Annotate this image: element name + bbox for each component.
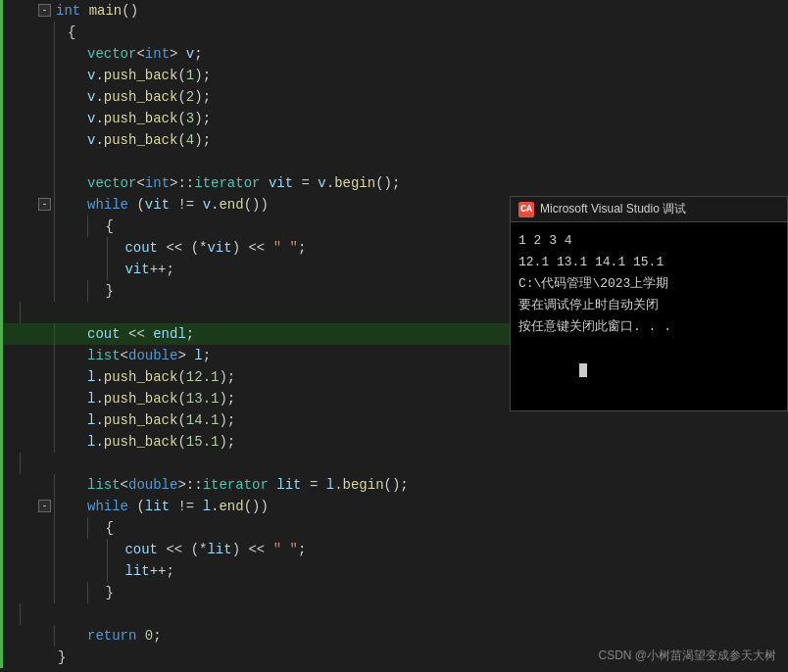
green-indicator	[0, 65, 3, 86]
fold-minus-icon[interactable]: -	[38, 4, 51, 17]
fold-minus-icon2[interactable]: -	[38, 500, 51, 512]
line-content: {	[83, 517, 114, 539]
green-indicator	[0, 409, 3, 431]
line-row: v.push_back(3);	[0, 108, 788, 129]
line-content: v.push_back(1);	[83, 65, 211, 86]
green-indicator	[0, 647, 3, 668]
terminal-title: Microsoft Visual Studio 调试	[540, 201, 686, 217]
line-row: return 0;	[0, 625, 788, 647]
green-indicator	[0, 216, 3, 237]
line-number	[0, 65, 34, 86]
terminal-line-4: 要在调试停止时自动关闭	[518, 295, 779, 316]
line-content: {	[83, 216, 114, 237]
line-content: }	[54, 647, 66, 668]
green-indicator	[0, 431, 3, 453]
line-row: vector<int> v;	[0, 43, 788, 65]
line-number	[0, 517, 34, 539]
line-row	[0, 603, 788, 625]
terminal-line-5: 按任意键关闭此窗口. . .	[518, 316, 779, 338]
line-number	[0, 560, 34, 582]
line-row: l.push_back(15.1);	[0, 431, 788, 453]
line-content: l.push_back(15.1);	[83, 431, 235, 453]
line-content: cout << endl;	[83, 323, 194, 345]
line-content: {	[64, 22, 75, 43]
line-number	[0, 388, 34, 409]
line-content: v.push_back(4);	[83, 129, 211, 151]
line-number	[0, 474, 34, 496]
line-content: while (lit != l.end())	[83, 496, 269, 517]
line-number	[0, 625, 34, 647]
green-indicator	[0, 43, 3, 65]
line-number	[0, 194, 34, 216]
green-indicator	[0, 453, 3, 474]
code-editor: - int main() { vector<int> v;	[0, 0, 788, 672]
line-content: }	[83, 280, 114, 302]
terminal-line-1: 1 2 3 4	[518, 230, 779, 252]
line-content: list<double> l;	[83, 345, 211, 366]
terminal-icon: CA	[518, 202, 534, 217]
green-indicator	[0, 366, 3, 388]
terminal-line-3: C:\代码管理\2023上学期	[518, 273, 779, 295]
line-number	[0, 345, 34, 366]
line-content: cout << (*lit) << " ";	[103, 539, 306, 560]
terminal-cursor-line	[518, 338, 779, 403]
line-number	[0, 280, 34, 302]
watermark: CSDN @小树苗渴望变成参天大树	[598, 648, 776, 664]
line-number	[0, 539, 34, 560]
green-indicator	[0, 582, 3, 603]
green-indicator	[0, 108, 3, 129]
line-content: list<double>::iterator lit = l.begin();	[83, 474, 409, 496]
line-content: }	[83, 582, 114, 603]
line-row: cout << (*lit) << " ";	[0, 539, 788, 560]
line-number	[0, 259, 34, 280]
line-row: v.push_back(4);	[0, 129, 788, 151]
line-number	[0, 431, 34, 453]
line-content: int main()	[54, 0, 138, 22]
line-content: l.push_back(12.1);	[83, 366, 235, 388]
line-content: v.push_back(2);	[83, 86, 211, 108]
line-row-while2: - while (lit != l.end())	[0, 496, 788, 517]
line-number	[0, 496, 34, 517]
green-indicator	[0, 539, 3, 560]
line-content: while (vit != v.end())	[83, 194, 269, 216]
green-indicator	[0, 151, 3, 172]
line-row: - int main()	[0, 0, 788, 22]
line-number	[0, 108, 34, 129]
line-number	[0, 409, 34, 431]
line-number	[0, 582, 34, 603]
line-row	[0, 453, 788, 474]
line-number	[0, 172, 34, 194]
green-indicator	[0, 302, 3, 323]
terminal-titlebar: CA Microsoft Visual Studio 调试	[511, 197, 787, 222]
line-row: lit++;	[0, 560, 788, 582]
line-number	[0, 0, 34, 22]
line-content: lit++;	[103, 560, 174, 582]
line-row: v.push_back(2);	[0, 86, 788, 108]
green-indicator	[0, 625, 3, 647]
green-indicator	[0, 517, 3, 539]
fold-minus-icon[interactable]: -	[38, 198, 51, 211]
line-row: v.push_back(1);	[0, 65, 788, 86]
line-number	[0, 647, 34, 668]
line-row: vector<int>::iterator vit = v.begin();	[0, 172, 788, 194]
line-number	[0, 43, 34, 65]
line-content: v.push_back(3);	[83, 108, 211, 129]
line-row: l.push_back(14.1);	[0, 409, 788, 431]
terminal-window: CA Microsoft Visual Studio 调试 1 2 3 4 12…	[510, 196, 788, 411]
green-indicator	[0, 259, 3, 280]
line-number	[0, 216, 34, 237]
line-number	[0, 86, 34, 108]
line-row	[0, 151, 788, 172]
line-row: {	[0, 517, 788, 539]
line-row: {	[0, 22, 788, 43]
green-indicator	[0, 86, 3, 108]
line-row: }	[0, 582, 788, 603]
ca-icon-text: CA	[520, 204, 532, 215]
line-content: vector<int>::iterator vit = v.begin();	[83, 172, 400, 194]
green-indicator	[0, 560, 3, 582]
line-content: l.push_back(14.1);	[83, 409, 235, 431]
terminal-cursor	[579, 363, 587, 377]
terminal-line-2: 12.1 13.1 14.1 15.1	[518, 252, 779, 273]
line-number	[0, 237, 34, 259]
line-number	[0, 151, 34, 172]
